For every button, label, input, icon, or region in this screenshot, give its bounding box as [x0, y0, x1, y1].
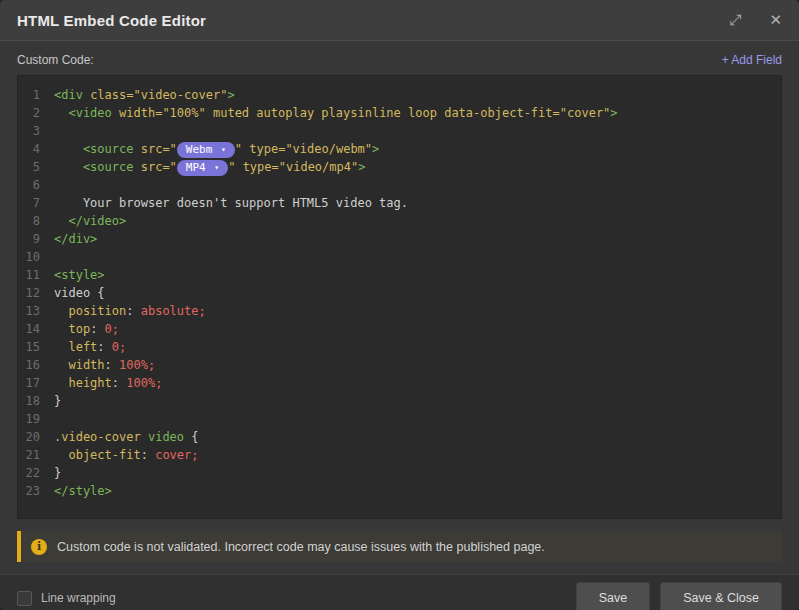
warning-banner: i Custom code is not validated. Incorrec… [17, 531, 782, 562]
line-wrapping-checkbox[interactable] [17, 591, 32, 606]
code-token: </div> [54, 232, 97, 246]
code-token: width= [119, 106, 162, 120]
code-line-content: </video> [54, 212, 126, 230]
code-line: 2 <video width="100%" muted autoplay pla… [18, 104, 781, 122]
code-token: video { [54, 286, 105, 300]
code-token: : [112, 376, 126, 390]
code-line-content: top: 0; [54, 320, 119, 338]
code-line: 20.video-cover video { [18, 428, 781, 446]
code-token: muted autoplay playsinline loop data-obj… [206, 106, 560, 120]
code-line-content: <style> [54, 266, 105, 284]
header-actions: ⤢ ✕ [729, 13, 782, 28]
code-token: height [54, 376, 112, 390]
code-line-content: .video-cover video { [54, 428, 199, 446]
code-token: > [227, 88, 234, 102]
code-line: 5 <source src="MP4 ▾" type="video/mp4"> [18, 158, 781, 176]
code-token: type= [249, 142, 285, 156]
code-line: 4 <source src="Webm ▾" type="video/webm"… [18, 140, 781, 158]
code-token: > [358, 160, 365, 174]
code-token: class= [90, 88, 133, 102]
code-line-content: </style> [54, 482, 112, 500]
info-icon: i [31, 539, 47, 555]
code-line: 21 object-fit: cover; [18, 446, 781, 464]
code-line: 14 top: 0; [18, 320, 781, 338]
code-line: 3 [18, 122, 781, 140]
save-button[interactable]: Save [576, 582, 651, 610]
line-number: 4 [18, 140, 54, 158]
code-line: 10 [18, 248, 781, 266]
code-token: cover; [155, 448, 198, 462]
footer-buttons: Save Save & Close [576, 582, 782, 610]
line-number: 18 [18, 392, 54, 410]
code-token: object-fit [54, 448, 141, 462]
line-number: 13 [18, 302, 54, 320]
add-field-button[interactable]: + Add Field [722, 53, 782, 67]
line-number: 1 [18, 86, 54, 104]
chevron-down-icon: ▾ [214, 163, 219, 172]
code-token: <video [54, 106, 119, 120]
warning-text: Custom code is not validated. Incorrect … [57, 540, 545, 554]
code-token: 100%; [119, 358, 155, 372]
code-line: 19 [18, 410, 781, 428]
webm-field-pill[interactable]: Webm ▾ [177, 142, 235, 158]
line-number: 12 [18, 284, 54, 302]
code-token: left [54, 340, 97, 354]
editor-toolbar: Custom Code: + Add Field [17, 53, 782, 67]
chevron-down-icon: ▾ [221, 145, 226, 154]
code-line-content: object-fit: cover; [54, 446, 199, 464]
code-token: </style> [54, 484, 112, 498]
code-line: 9</div> [18, 230, 781, 248]
code-line: 13 position: absolute; [18, 302, 781, 320]
code-token: > [372, 142, 379, 156]
code-line-content: } [54, 464, 61, 482]
code-token: 0; [105, 322, 119, 336]
code-token: "video-cover" [133, 88, 227, 102]
code-line: 7 Your browser doesn't support HTML5 vid… [18, 194, 781, 212]
line-number: 9 [18, 230, 54, 248]
html-embed-code-editor-dialog: HTML Embed Code Editor ⤢ ✕ Custom Code: … [0, 0, 799, 610]
code-lines: 1<div class="video-cover">2 <video width… [18, 86, 781, 500]
line-number: 10 [18, 248, 54, 266]
code-line: 18} [18, 392, 781, 410]
code-line-content: width: 100%; [54, 356, 155, 374]
code-line-content: <div class="video-cover"> [54, 86, 235, 104]
code-token: : [97, 340, 111, 354]
code-line-content: position: absolute; [54, 302, 206, 320]
code-token: " [228, 160, 242, 174]
line-number: 8 [18, 212, 54, 230]
expand-icon[interactable]: ⤢ [729, 13, 741, 28]
code-token: : [126, 304, 140, 318]
custom-code-label: Custom Code: [17, 53, 94, 67]
code-line-content: left: 0; [54, 338, 126, 356]
save-close-button[interactable]: Save & Close [660, 582, 782, 610]
code-token: width [54, 358, 105, 372]
mp4-field-pill[interactable]: MP4 ▾ [177, 160, 228, 176]
code-token: <div [54, 88, 90, 102]
code-token: src= [141, 160, 170, 174]
line-number: 15 [18, 338, 54, 356]
code-token: "100%" [162, 106, 205, 120]
line-number: 20 [18, 428, 54, 446]
dialog-body: Custom Code: + Add Field 1<div class="vi… [0, 41, 799, 562]
code-token: } [54, 466, 61, 480]
code-editor[interactable]: 1<div class="video-cover">2 <video width… [17, 75, 782, 519]
code-token: type= [243, 160, 279, 174]
code-line: 15 left: 0; [18, 338, 781, 356]
close-icon[interactable]: ✕ [769, 13, 782, 28]
code-line: 6 [18, 176, 781, 194]
line-wrapping-option[interactable]: Line wrapping [17, 591, 116, 606]
code-token: : [141, 448, 155, 462]
code-line: 22} [18, 464, 781, 482]
line-number: 6 [18, 176, 54, 194]
line-number: 11 [18, 266, 54, 284]
code-line: 16 width: 100%; [18, 356, 781, 374]
code-token: " [170, 160, 177, 174]
line-number: 5 [18, 158, 54, 176]
code-token: "cover" [560, 106, 611, 120]
code-token: Your browser doesn't support HTML5 video… [54, 196, 408, 210]
code-line-content: <source src="Webm ▾" type="video/webm"> [54, 140, 379, 158]
line-number: 19 [18, 410, 54, 428]
code-token: <source [54, 142, 141, 156]
code-line: 17 height: 100%; [18, 374, 781, 392]
line-number: 3 [18, 122, 54, 140]
